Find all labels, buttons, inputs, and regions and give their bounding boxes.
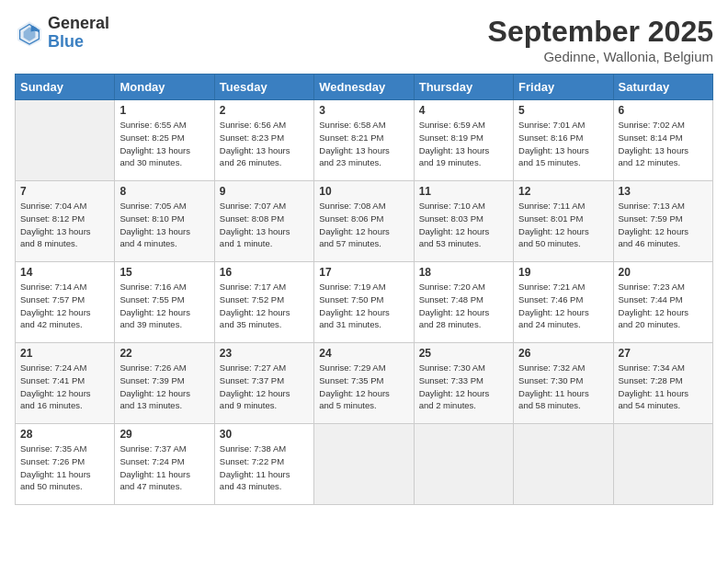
day-info: Sunrise: 6:55 AMSunset: 8:25 PMDaylight:… [119,119,209,169]
calendar-cell: 21Sunrise: 7:24 AMSunset: 7:41 PMDayligh… [16,343,115,424]
calendar-cell: 4Sunrise: 6:59 AMSunset: 8:19 PMDaylight… [414,100,513,181]
day-info: Sunrise: 7:37 AMSunset: 7:24 PMDaylight:… [119,442,209,493]
title-block: September 2025 Gedinne, Wallonia, Belgiu… [488,15,713,64]
calendar-cell: 29Sunrise: 7:37 AMSunset: 7:24 PMDayligh… [115,424,214,505]
day-number: 24 [319,347,408,360]
calendar-cell: 24Sunrise: 7:29 AMSunset: 7:35 PMDayligh… [314,343,414,424]
calendar-cell: 7Sunrise: 7:04 AMSunset: 8:12 PMDaylight… [16,181,115,262]
day-number: 7 [20,185,109,198]
calendar-cell: 28Sunrise: 7:35 AMSunset: 7:26 PMDayligh… [16,424,115,505]
day-info: Sunrise: 7:23 AMSunset: 7:44 PMDaylight:… [619,281,708,331]
day-info: Sunrise: 7:35 AMSunset: 7:26 PMDaylight:… [20,442,109,493]
day-number: 1 [119,104,209,117]
day-number: 20 [619,266,708,279]
calendar-cell [613,424,712,505]
page-header: General Blue September 2025 Gedinne, Wal… [15,15,713,64]
day-info: Sunrise: 7:21 AMSunset: 7:46 PMDaylight:… [518,281,608,331]
day-info: Sunrise: 7:16 AMSunset: 7:55 PMDaylight:… [119,281,209,331]
day-info: Sunrise: 7:01 AMSunset: 8:16 PMDaylight:… [518,119,608,169]
calendar-cell: 6Sunrise: 7:02 AMSunset: 8:14 PMDaylight… [613,100,712,181]
day-info: Sunrise: 7:05 AMSunset: 8:10 PMDaylight:… [119,200,209,250]
day-number: 22 [119,347,209,360]
calendar-cell: 22Sunrise: 7:26 AMSunset: 7:39 PMDayligh… [115,343,214,424]
day-number: 27 [619,347,708,360]
day-number: 3 [319,104,408,117]
calendar-cell: 9Sunrise: 7:07 AMSunset: 8:08 PMDaylight… [214,181,313,262]
calendar-cell: 13Sunrise: 7:13 AMSunset: 7:59 PMDayligh… [613,181,712,262]
calendar-cell: 14Sunrise: 7:14 AMSunset: 7:57 PMDayligh… [16,262,115,343]
calendar-cell: 19Sunrise: 7:21 AMSunset: 7:46 PMDayligh… [514,262,613,343]
day-number: 21 [20,347,109,360]
day-number: 26 [518,347,608,360]
calendar-cell: 5Sunrise: 7:01 AMSunset: 8:16 PMDaylight… [514,100,613,181]
calendar-cell [314,424,414,505]
day-number: 29 [119,428,209,441]
calendar-cell: 3Sunrise: 6:58 AMSunset: 8:21 PMDaylight… [314,100,414,181]
day-number: 30 [220,428,309,441]
day-info: Sunrise: 6:56 AMSunset: 8:23 PMDaylight:… [220,119,309,169]
day-info: Sunrise: 7:24 AMSunset: 7:41 PMDaylight:… [20,362,109,412]
calendar-cell: 2Sunrise: 6:56 AMSunset: 8:23 PMDaylight… [214,100,313,181]
day-number: 23 [220,347,309,360]
day-number: 17 [319,266,408,279]
day-number: 9 [220,185,309,198]
day-number: 15 [119,266,209,279]
column-header-monday: Monday [115,75,214,100]
column-header-saturday: Saturday [613,75,712,100]
day-info: Sunrise: 7:34 AMSunset: 7:28 PMDaylight:… [619,362,708,412]
calendar-cell: 8Sunrise: 7:05 AMSunset: 8:10 PMDaylight… [115,181,214,262]
calendar-cell: 12Sunrise: 7:11 AMSunset: 8:01 PMDayligh… [514,181,613,262]
day-number: 28 [20,428,109,441]
calendar-cell [414,424,513,505]
logo: General Blue [15,15,109,52]
calendar-cell: 30Sunrise: 7:38 AMSunset: 7:22 PMDayligh… [214,424,313,505]
calendar-cell: 11Sunrise: 7:10 AMSunset: 8:03 PMDayligh… [414,181,513,262]
day-number: 11 [419,185,508,198]
day-info: Sunrise: 7:32 AMSunset: 7:30 PMDaylight:… [518,362,608,412]
column-header-thursday: Thursday [414,75,513,100]
calendar-cell: 1Sunrise: 6:55 AMSunset: 8:25 PMDaylight… [115,100,214,181]
calendar-cell [514,424,613,505]
day-info: Sunrise: 7:29 AMSunset: 7:35 PMDaylight:… [319,362,408,412]
day-info: Sunrise: 7:38 AMSunset: 7:22 PMDaylight:… [220,442,309,493]
day-info: Sunrise: 7:13 AMSunset: 7:59 PMDaylight:… [619,200,708,250]
day-info: Sunrise: 7:04 AMSunset: 8:12 PMDaylight:… [20,200,109,250]
logo-general-text: General [48,14,109,32]
column-header-tuesday: Tuesday [214,75,313,100]
column-header-wednesday: Wednesday [314,75,414,100]
calendar-cell: 10Sunrise: 7:08 AMSunset: 8:06 PMDayligh… [314,181,414,262]
column-header-sunday: Sunday [16,75,115,100]
day-info: Sunrise: 7:08 AMSunset: 8:06 PMDaylight:… [319,200,408,250]
calendar-cell: 23Sunrise: 7:27 AMSunset: 7:37 PMDayligh… [214,343,313,424]
calendar-cell: 20Sunrise: 7:23 AMSunset: 7:44 PMDayligh… [613,262,712,343]
day-info: Sunrise: 7:14 AMSunset: 7:57 PMDaylight:… [20,281,109,331]
day-info: Sunrise: 7:20 AMSunset: 7:48 PMDaylight:… [419,281,508,331]
day-number: 25 [419,347,508,360]
day-info: Sunrise: 7:17 AMSunset: 7:52 PMDaylight:… [220,281,309,331]
day-info: Sunrise: 7:27 AMSunset: 7:37 PMDaylight:… [220,362,309,412]
calendar-cell: 26Sunrise: 7:32 AMSunset: 7:30 PMDayligh… [514,343,613,424]
day-info: Sunrise: 6:59 AMSunset: 8:19 PMDaylight:… [419,119,508,169]
column-header-friday: Friday [514,75,613,100]
day-number: 8 [119,185,209,198]
day-info: Sunrise: 7:10 AMSunset: 8:03 PMDaylight:… [419,200,508,250]
month-title: September 2025 [488,15,713,49]
day-info: Sunrise: 6:58 AMSunset: 8:21 PMDaylight:… [319,119,408,169]
logo-blue-text: Blue [48,32,84,51]
day-number: 18 [419,266,508,279]
calendar-cell: 25Sunrise: 7:30 AMSunset: 7:33 PMDayligh… [414,343,513,424]
calendar-cell: 15Sunrise: 7:16 AMSunset: 7:55 PMDayligh… [115,262,214,343]
logo-icon [15,18,44,48]
day-number: 13 [619,185,708,198]
day-number: 5 [518,104,608,117]
location-text: Gedinne, Wallonia, Belgium [488,49,713,64]
day-number: 14 [20,266,109,279]
day-info: Sunrise: 7:19 AMSunset: 7:50 PMDaylight:… [319,281,408,331]
day-number: 16 [220,266,309,279]
day-number: 10 [319,185,408,198]
day-number: 4 [419,104,508,117]
calendar-cell: 18Sunrise: 7:20 AMSunset: 7:48 PMDayligh… [414,262,513,343]
calendar-cell: 17Sunrise: 7:19 AMSunset: 7:50 PMDayligh… [314,262,414,343]
calendar-cell: 27Sunrise: 7:34 AMSunset: 7:28 PMDayligh… [613,343,712,424]
day-number: 6 [619,104,708,117]
